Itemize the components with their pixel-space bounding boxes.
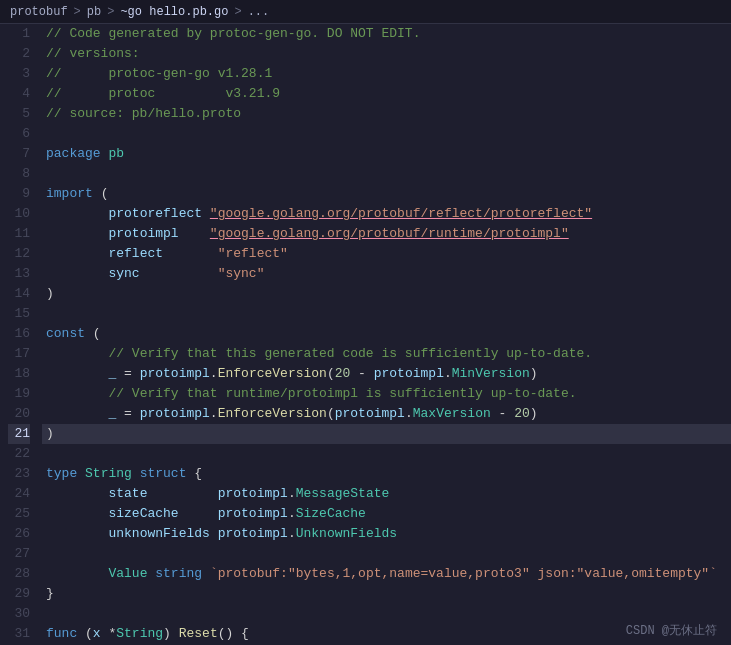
ln-25: 25 [8, 504, 30, 524]
code-line-29: } [42, 584, 731, 604]
code-line-21: ) [42, 424, 731, 444]
code-line-27 [42, 544, 731, 564]
ln-30: 30 [8, 604, 30, 624]
breadcrumb-go: ~go hello.pb.go [120, 5, 228, 19]
code-line-22 [42, 444, 731, 464]
code-line-4: // protoc v3.21.9 [42, 84, 731, 104]
editor-area: 1 2 3 4 5 6 7 8 9 10 11 12 13 14 15 16 1… [0, 24, 731, 645]
code-line-30 [42, 604, 731, 624]
ln-12: 12 [8, 244, 30, 264]
code-line-26: unknownFields protoimpl.UnknownFields [42, 524, 731, 544]
breadcrumb-pb: pb [87, 5, 101, 19]
breadcrumb-protobuf: protobuf [10, 5, 68, 19]
ln-28: 28 [8, 564, 30, 584]
ln-24: 24 [8, 484, 30, 504]
ln-9: 9 [8, 184, 30, 204]
ln-6: 6 [8, 124, 30, 144]
code-line-25: sizeCache protoimpl.SizeCache [42, 504, 731, 524]
ln-29: 29 [8, 584, 30, 604]
code-area: // Code generated by protoc-gen-go. DO N… [42, 24, 731, 645]
ln-1: 1 [8, 24, 30, 44]
ln-11: 11 [8, 224, 30, 244]
code-line-11: protoimpl "google.golang.org/protobuf/ru… [42, 224, 731, 244]
code-line-24: state protoimpl.MessageState [42, 484, 731, 504]
code-line-5: // source: pb/hello.proto [42, 104, 731, 124]
code-line-12: reflect "reflect" [42, 244, 731, 264]
code-line-16: const ( [42, 324, 731, 344]
ln-14: 14 [8, 284, 30, 304]
ln-19: 19 [8, 384, 30, 404]
code-line-28: Value string `protobuf:"bytes,1,opt,name… [42, 564, 731, 584]
code-line-10: protoreflect "google.golang.org/protobuf… [42, 204, 731, 224]
code-line-3: // protoc-gen-go v1.28.1 [42, 64, 731, 84]
code-line-6 [42, 124, 731, 144]
ln-8: 8 [8, 164, 30, 184]
ln-15: 15 [8, 304, 30, 324]
ln-26: 26 [8, 524, 30, 544]
ln-21: 21 [8, 424, 30, 444]
code-line-2: // versions: [42, 44, 731, 64]
code-line-8 [42, 164, 731, 184]
line-numbers: 1 2 3 4 5 6 7 8 9 10 11 12 13 14 15 16 1… [0, 24, 42, 645]
titlebar: protobuf > pb > ~go hello.pb.go > ... [0, 0, 731, 24]
ln-23: 23 [8, 464, 30, 484]
code-line-14: ) [42, 284, 731, 304]
code-line-7: package pb [42, 144, 731, 164]
ln-27: 27 [8, 544, 30, 564]
code-line-1: // Code generated by protoc-gen-go. DO N… [42, 24, 731, 44]
code-line-9: import ( [42, 184, 731, 204]
code-line-23: type String struct { [42, 464, 731, 484]
ln-16: 16 [8, 324, 30, 344]
watermark: CSDN @无休止符 [626, 622, 717, 639]
code-line-15 [42, 304, 731, 324]
ln-4: 4 [8, 84, 30, 104]
ln-20: 20 [8, 404, 30, 424]
breadcrumb-dots: ... [248, 5, 270, 19]
ln-10: 10 [8, 204, 30, 224]
code-line-13: sync "sync" [42, 264, 731, 284]
ln-5: 5 [8, 104, 30, 124]
ln-3: 3 [8, 64, 30, 84]
ln-2: 2 [8, 44, 30, 64]
code-line-17: // Verify that this generated code is su… [42, 344, 731, 364]
ln-13: 13 [8, 264, 30, 284]
ln-7: 7 [8, 144, 30, 164]
code-line-18: _ = protoimpl.EnforceVersion(20 - protoi… [42, 364, 731, 384]
ln-31: 31 [8, 624, 30, 644]
code-line-19: // Verify that runtime/protoimpl is suff… [42, 384, 731, 404]
ln-17: 17 [8, 344, 30, 364]
code-line-20: _ = protoimpl.EnforceVersion(protoimpl.M… [42, 404, 731, 424]
ln-18: 18 [8, 364, 30, 384]
ln-22: 22 [8, 444, 30, 464]
